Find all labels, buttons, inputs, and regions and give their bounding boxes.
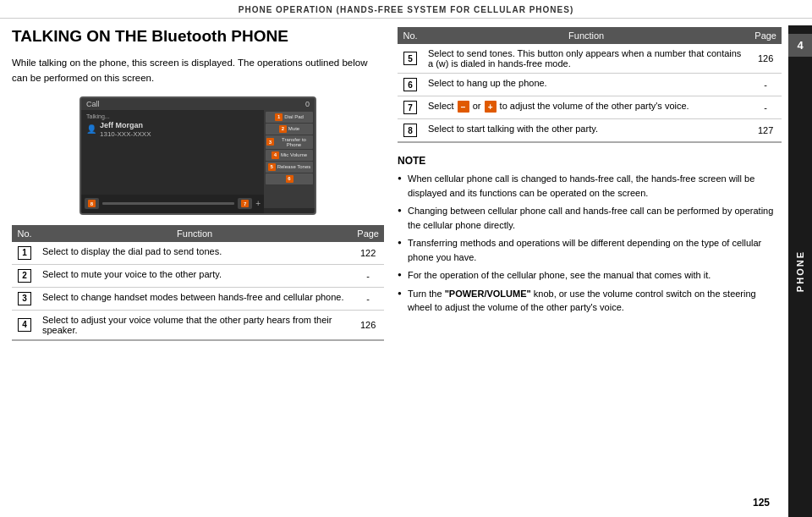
table-header-no: No. bbox=[12, 225, 37, 242]
row-function: Select to adjust your voice volume that … bbox=[37, 310, 352, 340]
row-page: 126 bbox=[749, 44, 782, 74]
table-header-page: Page bbox=[352, 225, 384, 242]
table-row: 5 Select to send tones. This button only… bbox=[398, 44, 782, 74]
row-function: Select to display the dial pad to send t… bbox=[37, 242, 352, 265]
note-item: When cellular phone call is changed to h… bbox=[398, 172, 782, 200]
screen-contact-number: 1310-XXX-XXXX bbox=[100, 130, 151, 138]
table-header-function: Function bbox=[37, 225, 352, 242]
row-page: - bbox=[352, 287, 384, 310]
screen-btn-5: 5 Release Tones bbox=[266, 162, 313, 173]
left-column: TALKING ON THE Bluetooth PHONE While tal… bbox=[12, 27, 384, 341]
table-header-no: No. bbox=[398, 27, 423, 44]
row-no: 5 bbox=[398, 44, 423, 74]
row-no: 8 bbox=[398, 119, 423, 143]
row-function: Select − or + to adjust the volume of th… bbox=[423, 96, 749, 119]
screen-left: Talking... 👤 Jeff Morgan 1310-XXX-XXXX bbox=[81, 110, 264, 208]
note-section: NOTE When cellular phone call is changed… bbox=[398, 155, 782, 315]
screen-btn-6: 6 bbox=[266, 173, 313, 184]
sidebar-label: PHONE bbox=[795, 250, 805, 292]
table-row: 1 Select to display the dial pad to send… bbox=[12, 242, 384, 265]
row-page: 122 bbox=[352, 242, 384, 265]
row-function: Select to start talking with the other p… bbox=[423, 119, 749, 143]
row-no: 6 bbox=[398, 74, 423, 96]
row-page: - bbox=[749, 74, 782, 96]
note-title: NOTE bbox=[398, 155, 782, 167]
screen-container: Call 0 Talking... 👤 Jeff Morgan 1310-XXX… bbox=[12, 96, 384, 215]
row-page: - bbox=[352, 264, 384, 287]
screen-contact-name: Jeff Morgan bbox=[100, 121, 151, 129]
page-title: TALKING ON THE Bluetooth PHONE bbox=[12, 27, 384, 47]
plus-volume-icon: + bbox=[485, 101, 497, 113]
row-function: Select to hang up the phone. bbox=[423, 74, 749, 96]
right-function-table: No. Function Page 5 Select to send tones… bbox=[398, 27, 782, 143]
row-no: 1 bbox=[12, 242, 37, 265]
table-row: 6 Select to hang up the phone. - bbox=[398, 74, 782, 96]
screen-bottom-btn-8: 8 bbox=[85, 198, 99, 209]
row-function: Select to change handset modes between h… bbox=[37, 287, 352, 310]
row-page: 127 bbox=[749, 119, 782, 143]
screen-btn-2: 2 Mute bbox=[266, 124, 313, 135]
table-row: 8 Select to start talking with the other… bbox=[398, 119, 782, 143]
screen-number: 0 bbox=[305, 100, 310, 108]
table-header-function: Function bbox=[423, 27, 749, 44]
screen-btn-4: 4 Mic Volume bbox=[266, 150, 313, 161]
table-row: 4 Select to adjust your voice volume tha… bbox=[12, 310, 384, 340]
screen-btn-3: 3 Transfer to Phone bbox=[266, 135, 313, 149]
bold-power-volume: "POWER/VOLUME" bbox=[445, 289, 531, 299]
table-row: 3 Select to change handset modes between… bbox=[12, 287, 384, 310]
screen-btn-1: 1 Dial Pad bbox=[266, 112, 313, 123]
note-item: Turn the "POWER/VOLUME" knob, or use the… bbox=[398, 287, 782, 315]
intro-text: While talking on the phone, this screen … bbox=[12, 55, 384, 86]
header-title: PHONE OPERATION (HANDS-FREE SYSTEM FOR C… bbox=[239, 5, 574, 14]
screen-title: Call bbox=[86, 100, 100, 108]
row-function: Select to mute your voice to the other p… bbox=[37, 264, 352, 287]
table-row: 7 Select − or + to adjust the volume of … bbox=[398, 96, 782, 119]
row-no: 7 bbox=[398, 96, 423, 119]
screen-title-bar: Call 0 bbox=[81, 98, 315, 110]
screen-bottom-btn-7: 7 bbox=[238, 198, 252, 209]
note-item: Transferring methods and operations will… bbox=[398, 236, 782, 264]
table-row: 2 Select to mute your voice to the other… bbox=[12, 264, 384, 287]
screen-status: Talking... bbox=[86, 113, 259, 119]
row-page: 126 bbox=[352, 310, 384, 340]
screen-body: Talking... 👤 Jeff Morgan 1310-XXX-XXXX 1 bbox=[81, 110, 315, 208]
left-function-table: No. Function Page 1 Select to display th… bbox=[12, 225, 384, 341]
screen-right: 1 Dial Pad 2 Mute 3 Transfer to Phone bbox=[264, 110, 315, 208]
main-content: TALKING ON THE Bluetooth PHONE While tal… bbox=[0, 19, 812, 349]
screen-slider bbox=[102, 202, 234, 205]
chapter-number: 4 bbox=[788, 34, 812, 57]
screen-image: Call 0 Talking... 👤 Jeff Morgan 1310-XXX… bbox=[80, 96, 316, 215]
row-no: 2 bbox=[12, 264, 37, 287]
row-page: - bbox=[749, 96, 782, 119]
row-no: 4 bbox=[12, 310, 37, 340]
table-header-page: Page bbox=[749, 27, 782, 44]
screen-bottom-bar: 8 7 + bbox=[81, 195, 264, 213]
screen-plus: + bbox=[255, 199, 261, 208]
note-item: Changing between cellular phone call and… bbox=[398, 204, 782, 232]
right-column: No. Function Page 5 Select to send tones… bbox=[398, 27, 782, 341]
right-sidebar: 4 PHONE bbox=[788, 25, 812, 517]
row-function: Select to send tones. This button only a… bbox=[423, 44, 749, 74]
minus-volume-icon: − bbox=[458, 101, 469, 113]
note-item: For the operation of the cellular phone,… bbox=[398, 268, 782, 283]
row-no: 3 bbox=[12, 287, 37, 310]
page-number: 125 bbox=[753, 497, 770, 509]
note-list: When cellular phone call is changed to h… bbox=[398, 172, 782, 315]
page-header: PHONE OPERATION (HANDS-FREE SYSTEM FOR C… bbox=[0, 0, 812, 19]
